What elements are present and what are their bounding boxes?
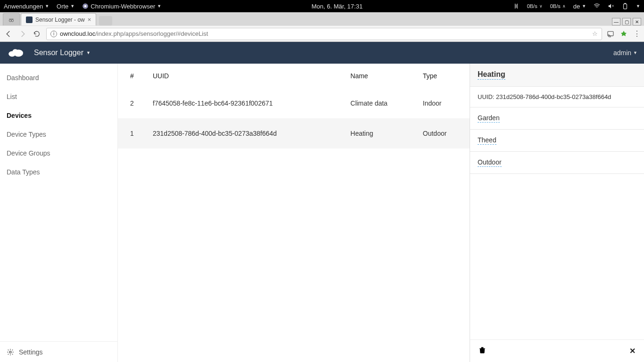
cast-icon[interactable] xyxy=(607,30,614,38)
detail-footer: ✕ xyxy=(470,339,644,362)
minimize-button[interactable]: — xyxy=(612,18,620,25)
caret-down-icon: ▼ xyxy=(86,50,91,55)
sidebar-item-devices[interactable]: Devices xyxy=(0,106,117,125)
col-uuid[interactable]: UUID xyxy=(146,64,344,88)
back-button[interactable] xyxy=(4,29,13,39)
address-bar[interactable]: i owncloud.loc/index.php/apps/sensorlogg… xyxy=(46,28,602,40)
reload-button[interactable] xyxy=(32,29,41,39)
extension-icon[interactable] xyxy=(620,30,627,38)
gnome-clock[interactable]: Mon, 6. Mär, 17:31 xyxy=(161,3,512,10)
owncloud-logo[interactable] xyxy=(7,47,25,59)
sidebar: Dashboard List Devices Device Types Devi… xyxy=(0,64,118,362)
pinned-tab[interactable] xyxy=(3,13,20,25)
window-controls: — ▢ ✕ xyxy=(612,18,644,25)
net-up-value: 0B/s xyxy=(550,3,561,9)
chromium-icon xyxy=(82,3,89,9)
app-title-label: Sensor Logger xyxy=(34,49,83,57)
battery-icon[interactable] xyxy=(622,3,628,9)
incognito-icon xyxy=(8,16,15,23)
col-type[interactable]: Type xyxy=(416,64,470,88)
bookmark-star-icon[interactable]: ☆ xyxy=(592,30,598,37)
svg-point-10 xyxy=(9,351,11,353)
chevron-up-icon: ∧ xyxy=(562,4,566,8)
close-tab-icon[interactable]: × xyxy=(88,16,91,23)
maximize-button[interactable]: ▢ xyxy=(622,18,631,25)
gnome-browser-label: Chromium-Webbrowser xyxy=(91,3,155,10)
svg-rect-6 xyxy=(608,31,613,35)
browser-menu-icon[interactable]: ⋮ xyxy=(633,29,640,38)
forward-button[interactable] xyxy=(18,29,27,39)
table-row[interactable]: 2f7645058-fe8c-11e6-bc64-92361f002671Cli… xyxy=(118,88,470,118)
detail-panel: Heating UUID: 231d2508-786d-400d-bc35-02… xyxy=(470,64,644,362)
cell-num: 2 xyxy=(118,88,146,118)
cell-type: Indoor xyxy=(416,88,470,118)
cell-uuid: 231d2508-786d-400d-bc35-0273a38f664d xyxy=(146,118,344,148)
detail-field-editable[interactable]: Outdoor xyxy=(478,158,502,167)
gnome-browser-menu[interactable]: Chromium-Webbrowser ▼ xyxy=(82,3,161,10)
detail-field-editable[interactable]: Garden xyxy=(478,114,500,123)
detail-header: Heating xyxy=(470,64,644,87)
sidebar-item-device-types[interactable]: Device Types xyxy=(0,125,117,144)
delete-button[interactable] xyxy=(479,346,486,356)
tab-strip: Sensor Logger - ow × — ▢ ✕ xyxy=(0,12,644,25)
svg-rect-3 xyxy=(624,3,626,4)
gnome-places-menu[interactable]: Orte ▼ xyxy=(57,3,74,10)
cell-uuid: f7645058-fe8c-11e6-bc64-92361f002671 xyxy=(146,88,344,118)
chevron-down-icon: ▼ xyxy=(157,4,161,8)
browser-tab-active[interactable]: Sensor Logger - ow × xyxy=(21,13,96,25)
svg-point-4 xyxy=(9,19,11,22)
detail-field-editable[interactable]: Theed xyxy=(478,136,496,145)
close-window-button[interactable]: ✕ xyxy=(633,18,641,25)
sensor-icon[interactable] xyxy=(513,3,520,9)
table-row[interactable]: 1231d2508-786d-400d-bc35-0273a38f664dHea… xyxy=(118,118,470,148)
site-info-icon[interactable]: i xyxy=(50,31,57,37)
browser-chrome: Sensor Logger - ow × — ▢ ✕ i owncloud.lo… xyxy=(0,12,644,42)
desktop-top-bar: Anwendungen ▼ Orte ▼ Chromium-Webbrowser… xyxy=(0,0,644,12)
browser-toolbar: i owncloud.loc/index.php/apps/sensorlogg… xyxy=(0,25,644,41)
chevron-down-icon: ▼ xyxy=(45,4,49,8)
wifi-icon[interactable] xyxy=(594,3,600,9)
net-up-indicator[interactable]: 0B/s ∧ xyxy=(550,3,566,9)
uuid-label: UUID: xyxy=(478,93,494,100)
svg-point-5 xyxy=(11,19,14,22)
chevron-down-icon: ▼ xyxy=(582,4,586,8)
table-header-row: # UUID Name Type xyxy=(118,64,470,88)
col-num[interactable]: # xyxy=(118,64,146,88)
detail-field: Theed xyxy=(470,130,644,152)
system-menu-icon[interactable]: ▼ xyxy=(636,4,640,8)
chevron-down-icon: ▼ xyxy=(70,4,74,8)
cell-name: Climate data xyxy=(344,88,416,118)
sidebar-item-data-types[interactable]: Data Types xyxy=(0,163,117,181)
app-title-dropdown[interactable]: Sensor Logger ▼ xyxy=(34,49,91,57)
owncloud-favicon xyxy=(26,16,33,23)
sidebar-item-dashboard[interactable]: Dashboard xyxy=(0,68,117,87)
lang-indicator[interactable]: de ▼ xyxy=(573,3,586,10)
gear-icon xyxy=(7,348,14,356)
col-name[interactable]: Name xyxy=(344,64,416,88)
trash-icon xyxy=(479,346,486,354)
main-content: # UUID Name Type 2f7645058-fe8c-11e6-bc6… xyxy=(118,64,470,362)
gnome-apps-label: Anwendungen xyxy=(4,3,43,10)
svg-point-9 xyxy=(13,49,18,54)
detail-title-editable[interactable]: Heating xyxy=(478,70,505,80)
volume-muted-icon[interactable] xyxy=(608,3,614,9)
gnome-places-label: Orte xyxy=(57,3,68,10)
app-body: Dashboard List Devices Device Types Devi… xyxy=(0,64,644,362)
url-path: /index.php/apps/sensorlogger/#deviceList xyxy=(95,30,208,37)
close-panel-button[interactable]: ✕ xyxy=(629,346,636,356)
user-menu[interactable]: admin ▼ xyxy=(613,49,637,57)
sidebar-item-device-groups[interactable]: Device Groups xyxy=(0,144,117,163)
lang-label: de xyxy=(573,3,580,10)
sidebar-item-list[interactable]: List xyxy=(0,87,117,106)
settings-label: Settings xyxy=(19,348,43,356)
user-label: admin xyxy=(613,49,631,57)
sidebar-settings[interactable]: Settings xyxy=(0,341,117,362)
detail-uuid-row: UUID: 231d2508-786d-400d-bc35-0273a38f66… xyxy=(470,87,644,107)
svg-rect-2 xyxy=(624,4,627,8)
detail-field: Outdoor xyxy=(470,152,644,174)
tab-title: Sensor Logger - ow xyxy=(35,16,85,23)
gnome-apps-menu[interactable]: Anwendungen ▼ xyxy=(4,3,49,10)
net-down-indicator[interactable]: 0B/s ∨ xyxy=(527,3,543,9)
new-tab-button[interactable] xyxy=(99,16,112,25)
cell-num: 1 xyxy=(118,118,146,148)
